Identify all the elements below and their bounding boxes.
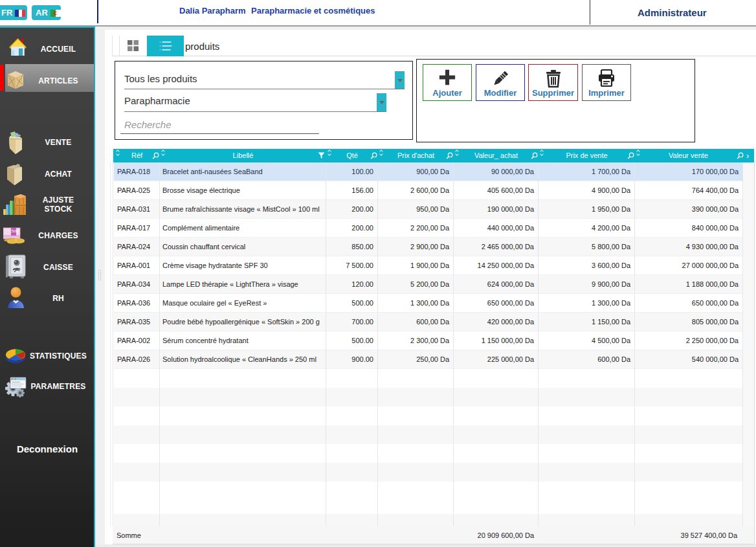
svg-text:500: 500 — [12, 229, 19, 233]
